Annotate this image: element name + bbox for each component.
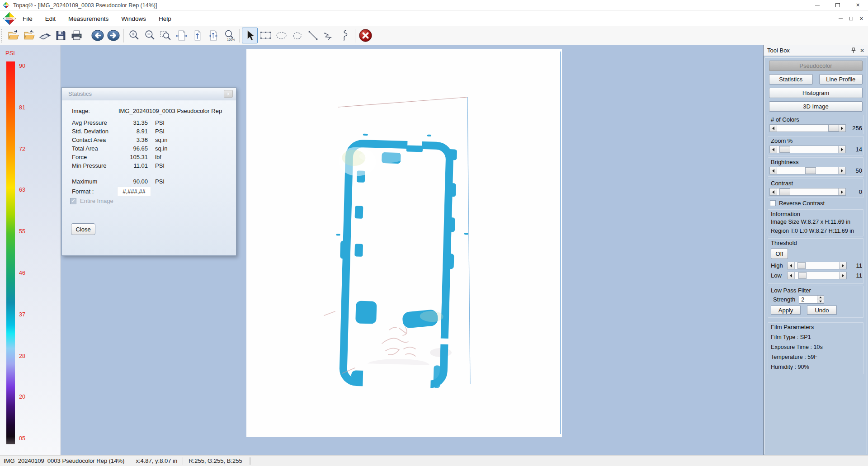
menu-help[interactable]: Help [152, 13, 178, 24]
toolbar-grip[interactable] [1, 29, 4, 42]
scroll-left-icon[interactable] [788, 262, 795, 269]
reverse-contrast-checkbox[interactable] [770, 200, 776, 206]
colors-scrollbar[interactable] [769, 124, 846, 132]
threshold-low-scrollbar[interactable] [787, 272, 847, 279]
zoom-window-icon[interactable] [158, 28, 174, 43]
scroll-right-icon[interactable] [838, 125, 845, 132]
next-image-icon[interactable] [105, 28, 121, 43]
fit-width-icon[interactable] [174, 28, 189, 43]
minimize-icon[interactable] [807, 0, 827, 11]
ellipse-region-icon[interactable] [274, 28, 289, 43]
status-bar: IMG_20240109_0003 Pseudocolor Rep (14%) … [0, 455, 868, 466]
scrollbar-thumb[interactable] [779, 146, 790, 153]
pin-icon[interactable] [851, 47, 856, 53]
previous-image-icon[interactable] [90, 28, 105, 43]
psi-tick: 81 [19, 104, 37, 111]
close-icon[interactable]: ✕ [848, 0, 868, 11]
pseudocolor-button[interactable]: Pseudocolor [769, 61, 863, 71]
mdi-minimize-icon[interactable] [839, 19, 843, 19]
spin-up-icon[interactable] [817, 296, 824, 300]
histogram-button[interactable]: Histogram [769, 88, 863, 98]
toolbox-header[interactable]: Tool Box ✕ [764, 45, 868, 56]
scrollbar-thumb[interactable] [779, 188, 790, 195]
cancel-icon[interactable] [358, 28, 373, 43]
scrollbar-thumb[interactable] [805, 167, 816, 174]
contrast-value: 0 [848, 188, 862, 195]
scroll-right-icon[interactable] [838, 167, 845, 174]
toolbar-separator [355, 29, 355, 42]
save-icon[interactable] [53, 28, 69, 43]
toolbar: 100% [0, 26, 868, 45]
line-tool-icon[interactable] [305, 28, 321, 43]
scrollbar-thumb[interactable] [828, 125, 839, 132]
dialog-close-icon[interactable]: x [224, 90, 233, 98]
reverse-contrast-label: Reverse Contrast [779, 200, 825, 207]
zoom-in-icon[interactable] [126, 28, 142, 43]
contrast-group: Contrast 0 [768, 179, 864, 198]
zoom-scrollbar[interactable] [769, 146, 846, 153]
statistics-button[interactable]: Statistics [769, 74, 813, 85]
contrast-scrollbar[interactable] [769, 188, 846, 196]
open-file-icon[interactable] [5, 28, 21, 43]
line-profile-button[interactable]: Line Profile [819, 74, 863, 85]
scroll-right-icon[interactable] [839, 272, 846, 279]
acquire-scan-icon[interactable] [37, 28, 53, 43]
strength-value: 2 [799, 296, 817, 303]
film-type: Film Type : SP1 [771, 334, 861, 340]
freehand-region-icon[interactable] [289, 28, 305, 43]
threshold-off-button[interactable]: Off [771, 248, 788, 259]
menu-windows[interactable]: Windows [115, 13, 152, 24]
pointer-tool-icon[interactable] [242, 28, 258, 43]
strength-spinner[interactable]: 2 [799, 295, 824, 304]
psi-unit-label: PSI [5, 50, 15, 56]
status-separator [250, 457, 251, 465]
fit-height-icon[interactable] [189, 28, 205, 43]
close-button[interactable]: Close [71, 223, 95, 235]
scroll-right-icon[interactable] [838, 188, 845, 195]
status-cursor-position: x:4.87, y:8.07 in [130, 457, 183, 465]
stat-value: 105.31 [103, 154, 148, 160]
scroll-right-icon[interactable] [839, 262, 846, 269]
image-value: IMG_20240109_0003 Pseudocolor Rep [118, 108, 222, 114]
threshold-high-scrollbar[interactable] [787, 262, 847, 269]
toolbox-title: Tool Box [767, 47, 790, 54]
brightness-scrollbar[interactable] [769, 167, 846, 174]
zoom-100-icon[interactable]: 100% [221, 28, 237, 43]
image-label: Image: [72, 108, 90, 114]
brightness-group: Brightness 50 [768, 157, 864, 177]
statistics-dialog-titlebar[interactable]: Statistics x [62, 88, 236, 100]
rectangle-region-icon[interactable] [258, 28, 274, 43]
menu-file[interactable]: File [16, 13, 39, 24]
fit-window-icon[interactable] [205, 28, 221, 43]
format-input[interactable]: #,###,## [117, 187, 151, 196]
scroll-left-icon[interactable] [770, 125, 777, 132]
menu-edit[interactable]: Edit [39, 13, 62, 24]
stat-unit: sq.in [155, 137, 167, 143]
polyline-tool-icon[interactable] [321, 28, 337, 43]
menu-measurements[interactable]: Measurements [62, 13, 115, 24]
image-size-info: Image Size W:8.27 x H:11.69 in [771, 219, 861, 225]
scroll-left-icon[interactable] [788, 272, 795, 279]
print-icon[interactable] [69, 28, 85, 43]
psi-scale-sidebar: PSI 90 81 72 63 55 46 37 28 20 05 [0, 45, 61, 455]
entire-image-checkbox[interactable]: ✓ [70, 198, 76, 204]
mdi-close-icon[interactable]: ✕ [859, 16, 863, 21]
mdi-restore-icon[interactable] [849, 17, 853, 20]
scanned-page[interactable] [246, 49, 562, 437]
freehand-line-tool-icon[interactable] [337, 28, 353, 43]
scroll-left-icon[interactable] [770, 167, 777, 174]
scrollbar-thumb[interactable] [797, 262, 806, 269]
app-logo-icon [3, 2, 9, 9]
close-file-icon[interactable] [21, 28, 37, 43]
scroll-right-icon[interactable] [838, 146, 845, 153]
3d-image-button[interactable]: 3D Image [769, 101, 863, 112]
toolbox-close-icon[interactable]: ✕ [860, 47, 864, 54]
scrollbar-thumb[interactable] [798, 272, 807, 279]
spin-down-icon[interactable] [817, 300, 824, 304]
scroll-left-icon[interactable] [770, 146, 777, 153]
maximize-icon[interactable] [827, 0, 848, 11]
apply-button[interactable]: Apply [771, 306, 801, 315]
scroll-left-icon[interactable] [770, 188, 777, 195]
zoom-out-icon[interactable] [142, 28, 158, 43]
undo-button[interactable]: Undo [807, 306, 837, 315]
